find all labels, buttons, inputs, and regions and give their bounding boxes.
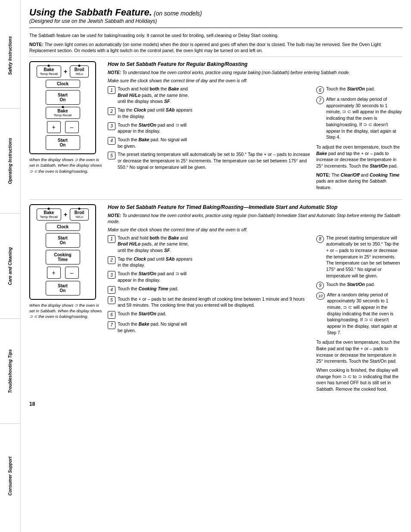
adjust-note-2: To adjust the oven temperature, touch th… [316, 339, 402, 364]
diagram-col-2: Bake Temp Recall + Broil Hi/Lo Clock Sta… [29, 204, 103, 395]
s2-step-text-10: After a random delay period of approxima… [327, 292, 402, 336]
s2-step-4: 4 Touch the Cooking Time pad. [108, 286, 310, 294]
step1-at-same-time: at the same time [154, 93, 188, 98]
sidebar-section-safety: Safety Instructions [0, 3, 20, 109]
adjust-starton: Start/On [370, 163, 387, 168]
section1-make-sure: Make sure the clock shows the correct ti… [108, 78, 402, 83]
start-on-button-2-diagram-2: StartOn [46, 281, 80, 296]
sidebar-label-safety: Safety Instructions [8, 36, 12, 75]
section1-steps-right: 6 Touch the Start/On pad. 7 After a rand… [316, 86, 402, 193]
step2-clock: Clock [134, 107, 146, 112]
app-row-bake-broil: Bake Temp Recall + Broil Hi/Lo [34, 65, 91, 78]
sidebar-label-operating: Operating Instructions [8, 138, 12, 184]
s2-step-5: 5 Touch the + or – pads to set the desir… [108, 296, 310, 308]
bake-sublabel: Temp Recall [40, 72, 58, 76]
step-num-2: 2 [108, 107, 115, 115]
s2-sametime: at the same time [154, 241, 188, 246]
broil-dot [78, 65, 81, 67]
s2-starton9: Start/On [347, 282, 364, 287]
s2-step-7: 7 Touch the Bake pad. No signal willbe g… [108, 321, 310, 333]
appliance-diagram-2: Bake Temp Recall + Broil Hi/Lo Clock Sta… [29, 204, 96, 300]
s2-step-8: 8 The preset starting temperature will a… [316, 235, 402, 279]
step6-starton: Start/On [347, 86, 364, 91]
section2-note-label: NOTE: [108, 213, 121, 218]
step-num-3: 3 [108, 122, 115, 130]
sidebar-section-consumer: Consumer Support [0, 424, 20, 529]
sidebar-section-troubleshooting: Troubleshooting Tips [0, 319, 20, 424]
s2-starton6: Start/On [138, 311, 156, 316]
step-text-7: After a random delay period of approxima… [326, 96, 402, 140]
s2-step-num-1: 1 [108, 235, 115, 243]
note2-clearoff: Clear/Off [340, 172, 359, 177]
section2-steps-left: 1 Touch and hold both the Bake and Broil… [108, 235, 310, 395]
main-content: Using the Sabbath Feature. (on some mode… [21, 0, 411, 532]
s2-step-text-8: The preset starting temperature will aut… [326, 235, 402, 279]
s2-both: both [149, 235, 159, 240]
broil-dot-2 [78, 208, 81, 210]
section2-note: NOTE: To understand how the oven control… [108, 213, 402, 225]
bake2-dot [62, 106, 64, 108]
clock-button-diagram-2: Clock [46, 223, 80, 231]
s2-step-3: 3 Touch the Start/On pad and ⊃ willappea… [108, 271, 310, 283]
s2-bake: Bake [168, 235, 179, 240]
page-title: Using the Sabbath Feature. (on some mode… [29, 7, 402, 18]
s2-step-6: 6 Touch the Start/On pad. [108, 311, 310, 319]
minus-arrow-btn: – [65, 121, 79, 133]
note2-label: NOTE: [316, 172, 330, 177]
note2-cookingtime: Cooking Time [370, 172, 399, 177]
plus-arrow-btn-2: + [47, 267, 61, 279]
s2-step-10: 10 After a random delay period of approx… [316, 292, 402, 336]
s2-step-num-5: 5 [108, 296, 115, 304]
step-text-5: The preset starting temperature will aut… [118, 151, 310, 170]
section2-note-body: To understand how the oven control works… [108, 213, 400, 224]
minus-arrow-btn-2: – [65, 267, 79, 279]
appliance-diagram-1: Bake Temp Recall + Broil Hi/Lo Clock Sta… [29, 61, 96, 154]
step-text-2: Tap the Clock pad until SAb appearsin th… [118, 107, 192, 119]
plus-icon: + [64, 68, 67, 75]
arrow-row-2: + – [47, 267, 79, 279]
s2-step-num-10: 10 [316, 292, 325, 300]
step1-broil: Broil Hi/Lo [118, 93, 140, 98]
diagram-caption-1: When the display shows ⊃ the oven is set… [29, 157, 103, 174]
step-num-6: 6 [316, 86, 324, 94]
step-2: 2 Tap the Clock pad until SAb appearsin … [108, 107, 310, 119]
s2-step-9: 9 Touch the Start/On pad. [316, 281, 402, 289]
clock-button-diagram: Clock [46, 80, 80, 88]
sidebar-section-care: Care and Cleaning [0, 214, 20, 319]
plus-icon-2: + [64, 211, 67, 218]
step-5: 5 The preset starting temperature will a… [108, 151, 310, 170]
section2-title: How to Set Sabbath Feature for Timed Bak… [108, 204, 402, 210]
section-timed-baking: Bake Temp Recall + Broil Hi/Lo Clock Sta… [29, 199, 402, 395]
step-3: 3 Touch the Start/On pad and ⊃ willappea… [108, 122, 310, 134]
finish-text: When cooking is finished, the display wi… [316, 367, 402, 392]
bake-button-diagram: Bake Temp Recall [37, 65, 61, 78]
step-text-1: Touch and hold both the Bake and Broil H… [118, 86, 189, 105]
page-number: 18 [29, 401, 402, 407]
s2-step-num-4: 4 [108, 286, 115, 294]
section1-note-body: To understand how the oven control works… [121, 70, 350, 75]
sidebar-label-troubleshooting: Troubleshooting Tips [8, 349, 12, 393]
s2-sf: SF [164, 248, 170, 253]
plus-arrow-btn: + [47, 121, 61, 133]
section2-content: How to Set Sabbath Feature for Timed Bak… [108, 204, 402, 395]
step1-bake: Bake [168, 86, 179, 91]
section1-steps-left: 1 Touch and hold both the Bake and Broil… [108, 86, 310, 193]
step1-both: both [149, 86, 159, 91]
section1-title: How to Set Sabbath Feature for Regular B… [108, 61, 402, 67]
section2-steps-right: 8 The preset starting temperature will a… [316, 235, 402, 395]
step-7: 7 After a random delay period of approxi… [316, 96, 402, 140]
s2-step-1: 1 Touch and hold both the Bake and Broil… [108, 235, 310, 254]
section1-content: How to Set Sabbath Feature for Regular B… [108, 61, 402, 193]
intro-text-2: NOTE: The oven light comes on automatica… [29, 41, 402, 54]
intro-text-1: The Sabbath feature can be used for baki… [29, 32, 402, 39]
step-4: 4 Touch the Bake pad. No signal willbe g… [108, 137, 310, 149]
s2-step-num-6: 6 [108, 311, 115, 319]
s2-step-2: 2 Tap the Clock pad until SAb appearsin … [108, 256, 310, 268]
step-text-3: Touch the Start/On pad and ⊃ willappear … [118, 122, 187, 134]
section2-steps-container: 1 Touch and hold both the Bake and Broil… [108, 235, 402, 395]
s2-step-text-6: Touch the Start/On pad. [118, 311, 166, 317]
section1-note: NOTE: To understand how the oven control… [108, 70, 402, 76]
step4-bake: Bake [138, 137, 149, 142]
adjust-note-1: To adjust the oven temperature, touch th… [316, 144, 402, 169]
diagram-col-1: Bake Temp Recall + Broil Hi/Lo Clock Sta… [29, 61, 103, 193]
